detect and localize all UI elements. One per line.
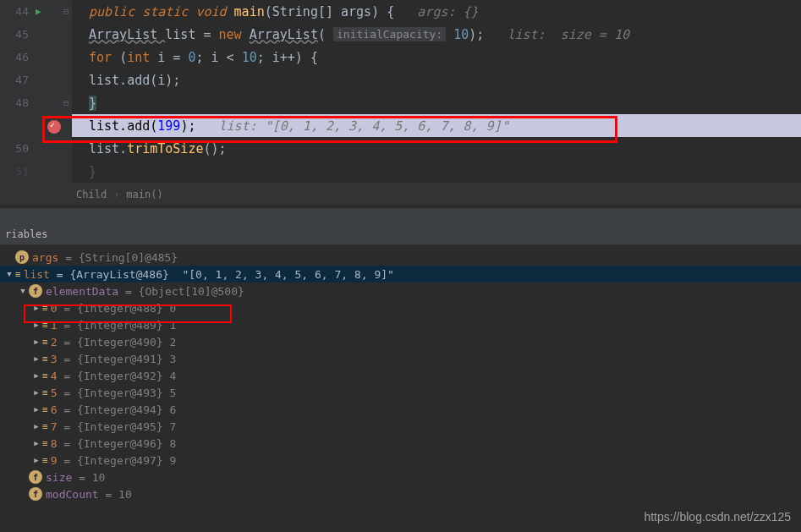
fold-icon[interactable]: ⊟ bbox=[63, 98, 69, 107]
code-line: list.add(i); bbox=[72, 69, 801, 91]
code-line: ArrayList list = new ArrayList( initialC… bbox=[72, 23, 801, 46]
chevron-right-icon: › bbox=[113, 189, 119, 200]
variable-row[interactable]: ≡2 = {Integer@490} 2 bbox=[0, 333, 801, 350]
param-badge-icon: p bbox=[15, 250, 29, 264]
inline-hint: args: {} bbox=[417, 4, 478, 19]
expand-arrow-icon[interactable] bbox=[30, 337, 42, 346]
watermark: https://blog.csdn.net/zzx125 bbox=[644, 510, 791, 524]
list-icon: ≡ bbox=[15, 269, 20, 280]
inline-hint: list: size = 10 bbox=[507, 27, 629, 42]
expand-arrow-icon[interactable] bbox=[3, 270, 15, 278]
expand-arrow-icon[interactable] bbox=[30, 304, 42, 312]
list-icon: ≡ bbox=[42, 387, 47, 398]
breadcrumb-item[interactable]: main() bbox=[126, 189, 162, 200]
expand-arrow-icon[interactable] bbox=[30, 439, 42, 447]
variable-row[interactable]: fmodCount = 10 bbox=[0, 485, 801, 502]
list-icon: ≡ bbox=[42, 303, 47, 314]
variable-row[interactable]: ≡5 = {Integer@493} 5 bbox=[0, 384, 801, 401]
code-line: for (int i = 0; i < 10; i++) { bbox=[72, 46, 801, 69]
expand-arrow-icon[interactable] bbox=[30, 456, 42, 464]
variable-row[interactable]: ≡list = {ArrayList@486} "[0, 1, 2, 3, 4,… bbox=[0, 266, 801, 282]
list-icon: ≡ bbox=[42, 320, 47, 331]
breadcrumb-item[interactable]: Child bbox=[76, 189, 107, 200]
inline-hint: list: "[0, 1, 2, 3, 4, 5, 6, 7, 8, 9]" bbox=[219, 118, 509, 134]
debug-variables-pane[interactable]: riables pargs = {String[0]@485} ≡list = … bbox=[0, 223, 801, 502]
code-line: } bbox=[72, 91, 801, 114]
expand-arrow-icon[interactable] bbox=[30, 422, 42, 431]
variable-row[interactable]: pargs = {String[0]@485} bbox=[0, 249, 801, 266]
gutter-line: 44▶⊟ bbox=[0, 0, 72, 23]
list-icon: ≡ bbox=[42, 438, 47, 449]
variable-row[interactable]: fsize = 10 bbox=[0, 469, 801, 485]
variable-row[interactable]: ≡8 = {Integer@496} 8 bbox=[0, 435, 801, 452]
code-line-current: list.add(199); list: "[0, 1, 2, 3, 4, 5,… bbox=[72, 114, 801, 137]
variable-row[interactable]: ≡1 = {Integer@489} 1 bbox=[0, 316, 801, 333]
breadcrumb[interactable]: Child › main() bbox=[0, 183, 801, 205]
variable-row[interactable]: ≡9 = {Integer@497} 9 bbox=[0, 452, 801, 469]
variable-row[interactable]: ≡7 = {Integer@495} 7 bbox=[0, 418, 801, 435]
expand-arrow-icon[interactable] bbox=[30, 405, 42, 414]
field-badge-icon: f bbox=[29, 487, 42, 501]
expand-arrow-icon[interactable] bbox=[30, 371, 42, 380]
list-icon: ≡ bbox=[42, 455, 47, 466]
expand-arrow-icon[interactable] bbox=[17, 287, 29, 295]
run-icon[interactable]: ▶ bbox=[36, 6, 41, 17]
variable-row[interactable]: ≡0 = {Integer@488} 0 bbox=[0, 299, 801, 316]
variable-row[interactable]: ≡4 = {Integer@492} 4 bbox=[0, 367, 801, 384]
field-badge-icon: f bbox=[29, 284, 42, 298]
expand-arrow-icon[interactable] bbox=[30, 354, 42, 363]
list-icon: ≡ bbox=[42, 421, 47, 432]
fold-icon[interactable]: ⊟ bbox=[63, 7, 69, 16]
list-icon: ≡ bbox=[42, 337, 47, 348]
pane-divider[interactable] bbox=[0, 208, 801, 223]
list-icon: ≡ bbox=[42, 370, 47, 381]
code-editor-pane[interactable]: 44▶⊟ 45 46 47 48⊟ 49 50 51 public static… bbox=[0, 0, 801, 208]
field-badge-icon: f bbox=[29, 470, 42, 484]
variable-row[interactable]: felementData = {Object[10]@500} bbox=[0, 282, 801, 299]
breakpoint-check-icon: ✓ bbox=[50, 120, 55, 129]
list-icon: ≡ bbox=[42, 404, 47, 415]
code-line: list.trimToSize(); bbox=[72, 137, 801, 160]
variable-row[interactable]: ≡3 = {Integer@491} 3 bbox=[0, 350, 801, 367]
code-line: public static void main(String[] args) {… bbox=[72, 0, 801, 23]
param-hint: initialCapacity: bbox=[333, 27, 446, 41]
code-body[interactable]: public static void main(String[] args) {… bbox=[72, 0, 801, 183]
variable-row[interactable]: ≡6 = {Integer@494} 6 bbox=[0, 401, 801, 418]
expand-arrow-icon[interactable] bbox=[30, 321, 42, 329]
gutter[interactable]: 44▶⊟ 45 46 47 48⊟ 49 50 51 bbox=[0, 0, 72, 183]
variables-header: riables bbox=[0, 223, 801, 245]
code-line: } bbox=[72, 160, 801, 183]
expand-arrow-icon[interactable] bbox=[30, 388, 42, 397]
list-icon: ≡ bbox=[42, 354, 47, 365]
